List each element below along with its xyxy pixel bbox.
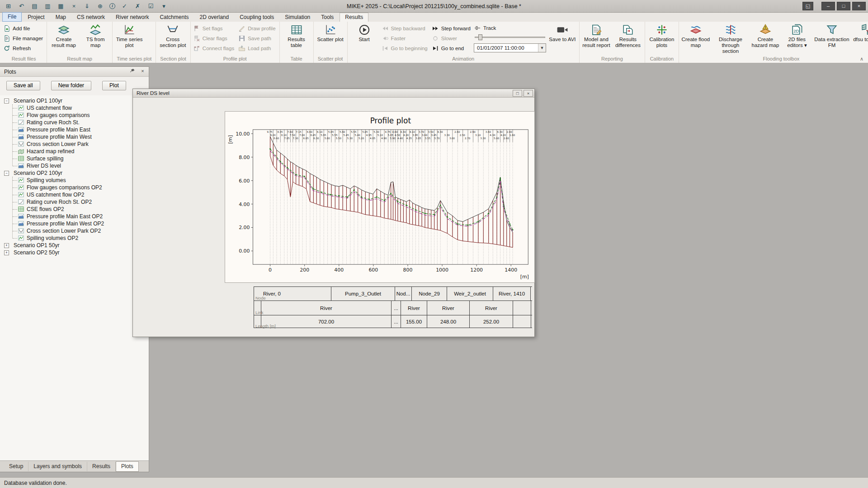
clear-validation-icon[interactable]: ✗	[134, 3, 142, 9]
tree-item-cross-section-lower-park[interactable]: Cross section Lower Park	[18, 141, 149, 148]
pin-icon[interactable]	[129, 68, 136, 75]
new-folder-button[interactable]: New folder	[51, 81, 91, 90]
menu-tab-map[interactable]: Map	[51, 13, 71, 22]
save-file-icon[interactable]: ▦	[57, 3, 65, 9]
cross-section-plot-button[interactable]: Cross section plot	[157, 23, 188, 55]
save-to-avi-button[interactable]: Save to AVI	[547, 23, 578, 55]
close-panel-icon[interactable]: ×	[139, 68, 146, 75]
track-slider[interactable]	[475, 33, 545, 41]
checkbox-icon[interactable]: ☑	[147, 3, 155, 9]
close-file-icon[interactable]: ×	[70, 3, 78, 9]
ribbon-group-profile-plot: Set flagsClear flagsConnect flagsDraw pr…	[191, 22, 280, 63]
tree-item-flow-gauges-comparisons-op2[interactable]: Flow gauges comparisons OP2	[18, 184, 149, 191]
expander-toggle[interactable]: +	[4, 250, 9, 255]
menu-tab-tools[interactable]: Tools	[316, 13, 339, 22]
menu-tab-cs-network[interactable]: CS network	[72, 13, 110, 22]
create-flood-map-button[interactable]: Create flood map	[680, 23, 711, 55]
dfsu-to-dfs2-button[interactable]: dfsu to dfs2	[851, 23, 868, 55]
tree-item-river-ds-level[interactable]: River DS level	[18, 162, 149, 169]
menu-tab-file[interactable]: File	[2, 12, 22, 22]
results-table-button[interactable]: Results table	[281, 23, 312, 55]
2d-files-editors-button[interactable]: 2D2D files editors ▾	[782, 23, 812, 55]
tree-item-us-catchment-flow[interactable]: US catchment flow	[18, 104, 149, 112]
menu-tab-2d-overland[interactable]: 2D overland	[194, 13, 234, 22]
tree-item-pressure-profile-main-west-op2[interactable]: Pressure profile Main West OP2	[18, 220, 149, 227]
panel-tab-layers-and-symbols[interactable]: Layers and symbols	[28, 462, 87, 471]
discharge-through-section-button[interactable]: Discharge through section	[712, 23, 749, 55]
download-icon[interactable]: ⇓	[83, 3, 91, 9]
close-button[interactable]: ×	[852, 2, 866, 10]
undo-icon[interactable]: ↶	[18, 3, 25, 9]
tree-folder-scenario-op2-100yr[interactable]: −Scenario OP2 100yr	[3, 169, 149, 177]
minimize-button[interactable]: –	[821, 2, 835, 10]
datetime-dropdown-icon[interactable]: ▼	[538, 44, 546, 52]
new-icon[interactable]: ⊞	[5, 3, 12, 9]
track-slider-thumb[interactable]	[478, 34, 482, 40]
ts-from-map-button[interactable]: TS from map	[80, 23, 111, 55]
clear-flags-button: Clear flags	[192, 34, 236, 42]
toolbar-options-icon[interactable]: ▾	[160, 3, 168, 9]
menu-tab-project[interactable]: Project	[23, 13, 49, 22]
close-window-button[interactable]: ×	[524, 90, 533, 97]
time-series-plot-button[interactable]: Time series plot	[114, 23, 145, 55]
tree-item-spilling-volumes-op2[interactable]: Spilling volumes OP2	[18, 235, 149, 242]
model-and-result-report-button[interactable]: Model and result report	[581, 23, 612, 55]
workspace-layout-button[interactable]: ◱	[802, 2, 813, 10]
tree-item-pressure-profile-main-east-op2[interactable]: Pressure profile Main East OP2	[18, 213, 149, 220]
menu-tab-river-network[interactable]: River network	[111, 13, 154, 22]
ribbon-group-label: Result files	[2, 55, 45, 63]
tree-item-us-catchment-flow-op2[interactable]: US catchment flow OP2	[18, 191, 149, 198]
table-cell: ...	[392, 315, 401, 328]
tree-folder-scenario-op2-50yr[interactable]: +Scenario OP2 50yr	[3, 249, 149, 256]
scatter-plot-button[interactable]: Scatter plot	[315, 23, 346, 55]
create-hazard-map-button[interactable]: Create hazard map	[750, 23, 781, 55]
expander-toggle[interactable]: +	[4, 243, 9, 248]
tree-item-spilling-volumes[interactable]: Spilling volumes	[18, 177, 149, 184]
connect-flags-icon	[193, 45, 200, 52]
create-result-map-button[interactable]: Create result map	[48, 23, 79, 55]
tree-item-flow-gauges-comparisons[interactable]: Flow gauges comparisons	[18, 112, 149, 119]
plot-button[interactable]: Plot	[102, 81, 126, 90]
tree-item-pressure-profile-main-east[interactable]: Pressure profile Main East	[18, 126, 149, 133]
tree-folder-scenario-op1-50yr[interactable]: +Scenario OP1 50yr	[3, 242, 149, 249]
datetime-picker[interactable]: 01/01/2007 11:00:00▼	[474, 43, 546, 52]
collapse-ribbon-button[interactable]: ∧	[860, 56, 863, 62]
status-text: Database validation done.	[4, 480, 67, 486]
tree-item-hazard-map-refined[interactable]: Hazard map refined	[18, 148, 149, 155]
expander-toggle[interactable]: −	[4, 99, 9, 103]
menu-tab-coupling-tools[interactable]: Coupling tools	[235, 13, 279, 22]
web-icon[interactable]: ⊕	[96, 3, 104, 9]
step-forward-button[interactable]: Step forward	[431, 24, 473, 33]
maximize-window-button[interactable]: □	[513, 90, 522, 97]
info-icon[interactable]: i	[109, 3, 115, 9]
menu-tab-results[interactable]: Results	[340, 13, 368, 22]
tree-item-rating-curve-roch-st[interactable]: Rating curve Roch St.	[18, 119, 149, 126]
svg-text:4.90: 4.90	[381, 137, 387, 140]
maximize-button[interactable]: □	[837, 2, 850, 10]
expander-toggle[interactable]: −	[4, 171, 9, 176]
panel-tab-plots[interactable]: Plots	[116, 461, 139, 472]
tree-item-cse-flows-op2[interactable]: CSE flows OP2	[18, 206, 149, 213]
refresh-button[interactable]: Refresh	[2, 44, 45, 52]
validate-icon[interactable]: ✓	[121, 3, 128, 9]
calibration-plots-button[interactable]: Calibration plots	[646, 23, 677, 55]
child-window-title-bar[interactable]: River DS level □ ×	[133, 89, 534, 98]
go-to-end-button[interactable]: Go to end	[431, 44, 473, 52]
menu-tab-simulation[interactable]: Simulation	[280, 13, 315, 22]
menu-tab-catchments[interactable]: Catchments	[155, 13, 193, 22]
data-extraction-fm-button[interactable]: Data extraction FM	[813, 23, 850, 55]
save-all-button[interactable]: Save all	[6, 81, 40, 90]
open-file-icon[interactable]: ▥	[44, 3, 52, 9]
results-differences-button[interactable]: Results differences	[613, 23, 643, 55]
tree-folder-scenario-op1-100yr[interactable]: −Scenario OP1 100yr	[3, 97, 149, 104]
start-button[interactable]: Start	[349, 23, 380, 55]
file-manager-button[interactable]: File manager	[2, 34, 45, 42]
tree-item-pressure-profile-main-west[interactable]: Pressure profile Main West	[18, 133, 149, 141]
tree-item-rating-curve-roch-st-op2[interactable]: Rating curve Roch St. OP2	[18, 198, 149, 206]
tree-item-cross-section-lower-park-op2[interactable]: Cross section Lower Park OP2	[18, 227, 149, 235]
panel-tab-setup[interactable]: Setup	[4, 462, 28, 471]
tree-item-surface-spilling[interactable]: Surface spilling	[18, 155, 149, 162]
export-file-icon[interactable]: ▤	[31, 3, 38, 9]
panel-tab-results[interactable]: Results	[87, 462, 116, 471]
add-file-button[interactable]: Add file	[2, 24, 45, 33]
